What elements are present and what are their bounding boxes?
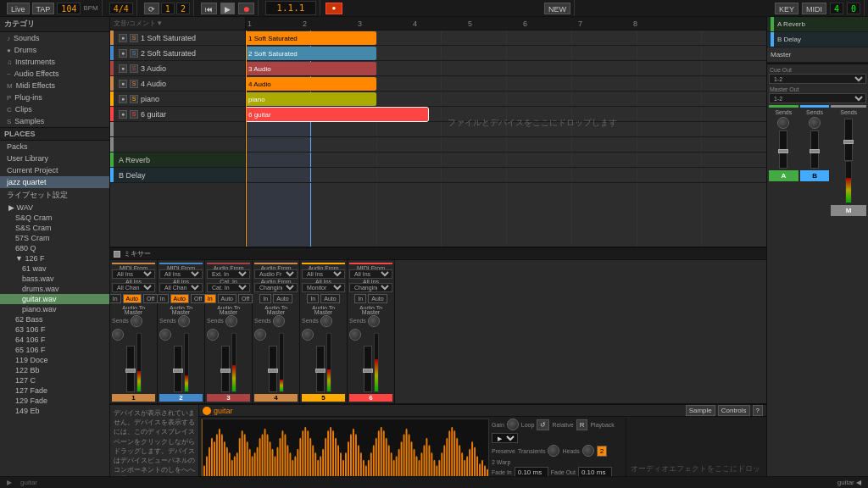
bpm-display[interactable]: 104 (57, 3, 81, 14)
track-header-7[interactable] (110, 122, 245, 137)
ch3-send-a-knob[interactable] (225, 315, 237, 327)
clip-guitar-1[interactable]: 6 guitar (246, 108, 428, 121)
file-WAV[interactable]: ▶ WAV (0, 202, 109, 213)
new-btn[interactable]: NEW (544, 3, 570, 14)
ch4-from-select[interactable]: Audio From (254, 269, 298, 279)
sampler-power-btn[interactable] (203, 407, 211, 415)
return-a-track-header[interactable]: A Reverb (767, 17, 868, 32)
ch1-monitor-auto[interactable]: Auto (123, 294, 142, 303)
cue-out-select[interactable]: 1-2 (769, 74, 866, 84)
key-btn[interactable]: KEY (775, 3, 798, 14)
return-b-fader-handle[interactable] (810, 149, 820, 153)
ch2-monitor-off[interactable]: Off (191, 294, 205, 303)
ch6-channel-select[interactable]: Changing (349, 283, 392, 292)
track-row-return-a[interactable] (246, 152, 766, 168)
track-header-1[interactable]: ● S 1 Soft Saturated (110, 30, 245, 46)
track-row-1[interactable]: 1 Soft Saturated (246, 30, 766, 46)
prev-btn[interactable]: ⏮ (201, 3, 217, 14)
track-header-8[interactable] (110, 137, 245, 152)
sidebar-item-clips[interactable]: C Clips (0, 103, 109, 115)
ch6-fader-handle[interactable] (363, 369, 373, 373)
ch3-fader[interactable] (221, 346, 230, 392)
ch3-number-btn[interactable]: 3 (207, 394, 250, 402)
file-119-doce[interactable]: 119 Doce (0, 355, 109, 365)
track-arm-4[interactable]: ● (119, 80, 127, 88)
track-header-2[interactable]: ● S 2 Soft Saturated (110, 46, 245, 61)
ch4-monitor-in[interactable]: In (259, 294, 271, 303)
ch5-monitor-auto[interactable]: Auto (320, 294, 339, 303)
sidebar-item-user-library[interactable]: User Library (0, 152, 109, 164)
track-header-3[interactable]: ● S 3 Audio (110, 61, 245, 76)
track-header-guitar[interactable]: ● S 6 guitar (110, 107, 245, 122)
loop-end[interactable]: 2 (176, 3, 190, 14)
ch5-fader[interactable] (316, 346, 325, 392)
ch4-number-btn[interactable]: 4 (254, 394, 298, 402)
file-s&q-cram[interactable]: S&Q Cram (0, 213, 109, 223)
loop-btn[interactable]: ⟳ (144, 3, 159, 14)
file-63-106f[interactable]: 63 106 F (0, 324, 109, 335)
ch2-fader[interactable] (174, 346, 182, 392)
track-header-return-a[interactable]: A Reverb (110, 152, 245, 168)
file-s&s-cram[interactable]: S&S Cram (0, 223, 109, 233)
sidebar-item-plugins[interactable]: P Plug-ins (0, 92, 109, 103)
ch5-number-btn[interactable]: 5 (302, 394, 345, 402)
sidebar-item-packs[interactable]: Packs (0, 141, 109, 152)
file-149-eb[interactable]: 149 Eb (0, 406, 109, 416)
ch3-channel-select[interactable]: Cat. In (207, 283, 250, 292)
track-arm-2[interactable]: ● (119, 49, 127, 58)
track-mute-2[interactable]: S (130, 49, 138, 58)
track-mute-3[interactable]: S (130, 64, 138, 73)
ch4-send-b-knob[interactable] (254, 329, 266, 341)
ch4-monitor-auto[interactable]: Auto (273, 294, 292, 303)
sidebar-item-samples[interactable]: S Samples (0, 115, 109, 127)
return-a-btn[interactable]: A (769, 170, 798, 181)
loop-mode-btn[interactable]: ↺ (537, 419, 549, 430)
track-arm-guitar[interactable]: ● (119, 110, 127, 119)
ch1-fader[interactable] (126, 346, 135, 392)
sidebar-item-sounds[interactable]: ♪ Sounds (0, 32, 109, 44)
file-127-c[interactable]: 127 C (0, 375, 109, 385)
ch1-monitor-off[interactable]: Off (143, 294, 158, 303)
ch2-send-b-knob[interactable] (159, 329, 171, 341)
track-header-return-b[interactable]: B Delay (110, 168, 245, 183)
file-57s-cram[interactable]: 57S Cram (0, 233, 109, 243)
ch4-fader-handle[interactable] (268, 369, 278, 373)
sidebar-item-current-project[interactable]: Current Project (0, 164, 109, 176)
ch1-from-select[interactable]: All Ins (112, 269, 155, 279)
tracks-content[interactable]: 1 Soft Saturated 2 Soft Saturated 3 Audi… (246, 30, 766, 247)
return-a-fader-handle[interactable] (778, 149, 788, 153)
ch2-fader-handle[interactable] (173, 369, 183, 373)
master-fader[interactable] (844, 119, 853, 161)
sidebar-item-midi-effects[interactable]: M Midi Effects (0, 80, 109, 92)
track-mute-piano[interactable]: S (130, 95, 138, 103)
track-arm-1[interactable]: ● (119, 34, 127, 42)
file-126-f[interactable]: ▼ 126 F (0, 253, 109, 263)
sidebar-item-jazz-quartet[interactable]: jazz quartet (0, 176, 109, 188)
ch5-channel-select[interactable]: Monitor (302, 283, 345, 292)
ch4-fader[interactable] (269, 346, 277, 392)
track-row-return-b[interactable] (246, 168, 766, 183)
track-row-3[interactable]: 3 Audio (246, 61, 766, 76)
ch5-send-b-knob[interactable] (302, 329, 314, 341)
ch6-send-b-knob[interactable] (349, 329, 361, 341)
return-a-send-knob[interactable] (777, 117, 789, 129)
ch2-monitor-auto[interactable]: Auto (170, 294, 189, 303)
relative-btn[interactable]: R (576, 419, 588, 430)
ch5-from-select[interactable]: All Ins (302, 269, 345, 279)
loop-start[interactable]: 1 (161, 3, 175, 14)
ch6-monitor-auto[interactable]: Auto (368, 294, 387, 303)
clip-1-1[interactable]: 1 Soft Saturated (246, 31, 376, 45)
return-b-btn[interactable]: B (800, 170, 830, 181)
play-btn[interactable]: ▶ (220, 3, 235, 14)
clip-3-1[interactable]: 3 Audio (246, 62, 376, 75)
track-arm-3[interactable]: ● (119, 64, 127, 73)
timeline-numbers[interactable]: 12345678 (246, 17, 766, 30)
file-62-bass[interactable]: 62 Bass (0, 314, 109, 324)
ch2-from-select[interactable]: All Ins (159, 269, 203, 279)
ch1-fader-handle[interactable] (125, 369, 136, 373)
ch1-number-btn[interactable]: 1 (112, 394, 155, 402)
ch4-send-a-knob[interactable] (273, 315, 285, 327)
master-channel-btn[interactable]: M (831, 205, 866, 216)
master-track-header[interactable]: Master (767, 47, 868, 63)
ch6-send-a-knob[interactable] (368, 315, 380, 327)
